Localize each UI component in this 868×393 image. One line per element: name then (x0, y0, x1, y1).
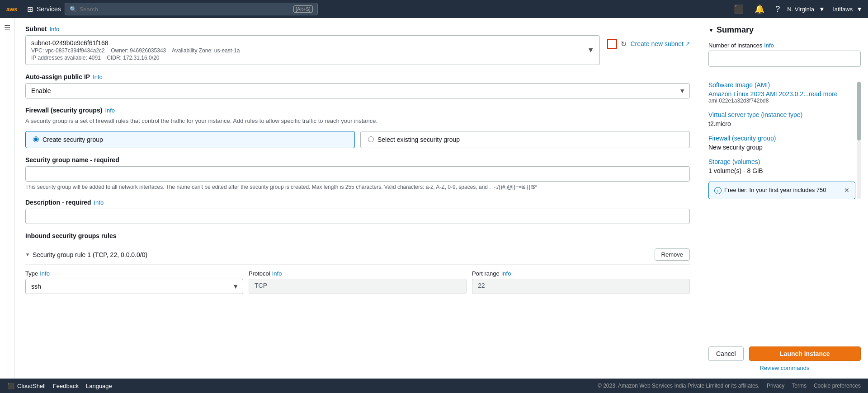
storage-value: 1 volume(s) - 8 GiB (708, 167, 855, 174)
rule-1-label: Security group rule 1 (TCP, 22, 0.0.0.0/… (25, 251, 147, 258)
num-instances-info[interactable]: Info (764, 42, 774, 49)
auto-assign-label: Auto-assign public IP (25, 73, 90, 80)
sg-name-section: Security group name - required launch-wi… (25, 156, 690, 191)
rule-row-1: Security group rule 1 (TCP, 22, 0.0.0.0/… (25, 245, 690, 265)
ami-item: Software Image (AMI) Amazon Linux 2023 A… (708, 81, 855, 104)
subnet-details-row2: IP addresses available: 4091 CIDR: 172.3… (31, 55, 587, 61)
num-instances-item: Number of instances Info 1 (708, 42, 861, 74)
search-bar[interactable]: 🔍 [Alt+S] (65, 3, 318, 15)
summary-scroll-container: Software Image (AMI) Amazon Linux 2023 A… (708, 81, 861, 199)
type-field-label: Type (25, 270, 38, 277)
protocol-info-link[interactable]: Info (272, 270, 282, 277)
cancel-button[interactable]: Cancel (708, 346, 744, 361)
subnet-section: Subnet Info subnet-0249b0e9c6f61f168 VPC… (25, 25, 690, 65)
summary-body: Summary Number of instances Info 1 Softw… (701, 18, 868, 339)
auto-assign-info-link[interactable]: Info (93, 74, 103, 80)
search-shortcut: [Alt+S] (293, 5, 313, 13)
instance-type-title[interactable]: Virtual server type (instance type) (708, 111, 855, 118)
hamburger-icon: ☰ (4, 23, 10, 32)
firewall-info-link[interactable]: Info (105, 107, 115, 114)
remove-rule-button[interactable]: Remove (655, 248, 690, 261)
sg-name-hint: This security group will be added to all… (25, 183, 690, 191)
grid-icon[interactable]: ⊞ (27, 5, 33, 14)
port-value: 22 (472, 279, 690, 294)
instance-type-item: Virtual server type (instance type) t2.m… (708, 111, 855, 127)
firewall-description: A security group is a set of firewall ru… (25, 117, 690, 126)
region-selector[interactable]: N. Virginia (787, 6, 814, 13)
subnet-info-link[interactable]: Info (49, 26, 59, 33)
select-existing-sg-option[interactable]: Select existing security group (360, 131, 690, 148)
type-info-link[interactable]: Info (40, 270, 50, 277)
firewall-radio-group: Create security group Select existing se… (25, 131, 690, 148)
help-icon[interactable]: ? (772, 5, 783, 14)
launch-instance-button[interactable]: Launch instance (749, 346, 861, 361)
free-tier-icon: i (714, 187, 722, 194)
free-tier-text: Free tier: In your first year includes 7… (724, 187, 826, 193)
type-select[interactable]: ssh (25, 279, 243, 294)
type-field: Type Info ssh ▼ (25, 270, 243, 294)
select-sg-label: Select existing security group (377, 136, 460, 143)
subnet-dropdown-arrow: ▼ (587, 46, 594, 54)
ami-title[interactable]: Software Image (AMI) (708, 81, 855, 89)
create-new-subnet-link[interactable]: Create new subnet ↗ (630, 40, 690, 47)
subnet-id: subnet-0249b0e9c6f61f168 (31, 39, 587, 47)
aws-logo[interactable]: aws (5, 4, 22, 14)
ami-value: Amazon Linux 2023 AMI 2023.0.2...read mo… (708, 90, 855, 98)
cloud-shell-icon[interactable]: ⬛ (730, 4, 747, 14)
create-sg-label: Create security group (42, 136, 103, 143)
content-area: Subnet Info subnet-0249b0e9c6f61f168 VPC… (14, 18, 701, 379)
summary-footer: Cancel Launch instance Review commands (701, 339, 868, 379)
num-instances-label: Number of instances (708, 42, 762, 49)
external-link-icon: ↗ (685, 41, 690, 47)
create-sg-radio[interactable] (33, 136, 39, 142)
free-tier-close-button[interactable]: ✕ (844, 187, 849, 194)
protocol-field: Protocol Info TCP (249, 270, 467, 294)
num-instances-input[interactable]: 1 (708, 51, 861, 67)
firewall-label: Firewall (security groups) (25, 107, 102, 114)
search-icon: 🔍 (70, 6, 77, 13)
inbound-rules-label: Inbound security groups rules (25, 232, 690, 239)
inbound-rules-section: Inbound security groups rules Security g… (25, 232, 690, 294)
summary-panel: Summary Number of instances Info 1 Softw… (701, 18, 868, 379)
subnet-details-row1: VPC: vpc-0837c394f9434a2c2 Owner: 946926… (31, 47, 587, 54)
summary-scrollbar-thumb (857, 82, 861, 141)
firewall-summary-title[interactable]: Firewall (security group) (708, 135, 855, 142)
summary-scrollbar[interactable] (857, 81, 861, 199)
storage-title[interactable]: Storage (volumes) (708, 158, 855, 165)
auto-assign-select[interactable]: Enable (25, 83, 690, 98)
user-menu[interactable]: latifaws (833, 6, 853, 13)
sg-desc-input[interactable]: launch-wizard-2 created 2023-06-16T05:37… (25, 209, 690, 224)
sg-desc-section: Description - required Info launch-wizar… (25, 199, 690, 224)
sidebar-toggle[interactable]: ☰ (0, 18, 14, 379)
subnet-label: Subnet (25, 25, 47, 33)
red-checkbox-icon (607, 39, 617, 49)
create-security-group-option[interactable]: Create security group (25, 131, 355, 148)
sg-desc-info-link[interactable]: Info (94, 199, 104, 206)
sg-name-label: Security group name - required (25, 156, 119, 164)
free-tier-banner: i Free tier: In your first year includes… (708, 182, 855, 199)
instance-type-value: t2.micro (708, 120, 855, 127)
refresh-subnet-button[interactable]: ↻ (621, 40, 627, 48)
firewall-section: Firewall (security groups) Info A securi… (25, 107, 690, 148)
svg-text:aws: aws (6, 6, 18, 13)
services-label[interactable]: Services (37, 5, 61, 13)
subnet-selector[interactable]: subnet-0249b0e9c6f61f168 VPC: vpc-0837c3… (25, 35, 600, 65)
ami-id: ami-022e1a32d3f742bd8 (708, 98, 855, 104)
protocol-label: Protocol (249, 270, 270, 277)
firewall-summary-value: New security group (708, 144, 855, 151)
port-label: Port range (472, 270, 500, 277)
summary-title: Summary (708, 25, 861, 35)
bell-icon[interactable]: 🔔 (751, 4, 768, 14)
top-navigation: aws ⊞ Services 🔍 [Alt+S] ⬛ 🔔 ? N. Virgin… (0, 0, 868, 18)
search-input[interactable] (80, 6, 291, 13)
auto-assign-section: Auto-assign public IP Info Enable ▼ (25, 73, 690, 98)
review-commands-link[interactable]: Review commands (708, 365, 861, 371)
port-info-link[interactable]: Info (501, 270, 511, 277)
port-field: Port range Info 22 (472, 270, 690, 294)
rule-fields: Type Info ssh ▼ Protocol Info (25, 270, 690, 294)
sg-name-input[interactable]: launch-wizard-2 (25, 166, 690, 182)
firewall-summary-item: Firewall (security group) New security g… (708, 135, 855, 151)
select-sg-radio[interactable] (368, 136, 374, 142)
storage-item: Storage (volumes) 1 volume(s) - 8 GiB (708, 158, 855, 174)
sg-desc-label: Description - required (25, 199, 91, 206)
